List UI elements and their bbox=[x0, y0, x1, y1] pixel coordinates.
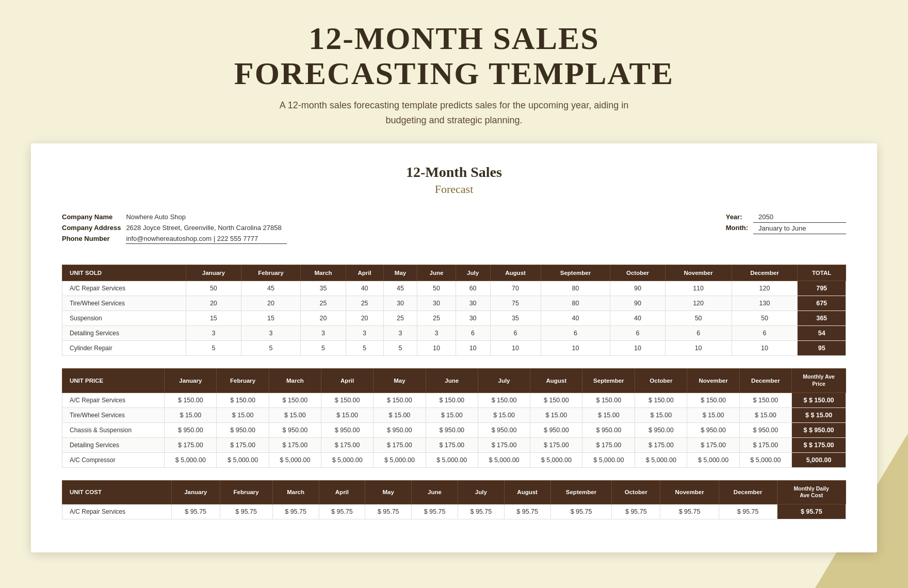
monthly-ave-cell: $ $ 150.00 bbox=[792, 393, 846, 407]
table-cell: $ 150.00 bbox=[374, 393, 426, 407]
header-section: 12-MONTH SALES FORECASTING TEMPLATE A 12… bbox=[0, 0, 908, 143]
table-cell: $ 95.75 bbox=[412, 504, 458, 519]
table-cell: 20 bbox=[241, 296, 301, 311]
table-cell: $ 95.75 bbox=[458, 504, 504, 519]
total-cell: 365 bbox=[798, 311, 846, 326]
unit-sold-label: A/C Repair Services bbox=[62, 281, 186, 296]
table-cell: 70 bbox=[490, 281, 541, 296]
unit-price-label: Tire/Wheel Services bbox=[62, 407, 165, 422]
table-cell: 10 bbox=[732, 341, 798, 356]
table-cell: $ 175.00 bbox=[374, 437, 426, 452]
monthly-ave-cell: $ $ 950.00 bbox=[792, 422, 846, 437]
table-cell: $ 5,000.00 bbox=[374, 452, 426, 467]
price-col-aug: August bbox=[530, 369, 582, 393]
unit-price-label: Detailing Services bbox=[62, 437, 165, 452]
price-col-may: May bbox=[374, 369, 426, 393]
month-label: Month: bbox=[726, 222, 753, 234]
table-cell: 5 bbox=[186, 341, 241, 356]
year-value: 2050 bbox=[753, 211, 846, 223]
cost-col-apr: April bbox=[319, 480, 365, 504]
page-subtitle: A 12-month sales forecasting template pr… bbox=[10, 98, 898, 128]
table-cell: $ 95.75 bbox=[612, 504, 660, 519]
table-cell: $ 150.00 bbox=[530, 393, 582, 407]
table-cell: 30 bbox=[456, 311, 490, 326]
table-cell: $ 950.00 bbox=[321, 422, 374, 437]
cost-col-aug: August bbox=[504, 480, 550, 504]
year-label: Year: bbox=[726, 211, 753, 223]
table-cell: 6 bbox=[541, 326, 610, 341]
table-cell: $ 150.00 bbox=[426, 393, 478, 407]
doc-subtitle: Forecast bbox=[62, 183, 846, 196]
table-cell: 35 bbox=[301, 281, 346, 296]
table-cell: 45 bbox=[241, 281, 301, 296]
price-col-jan: January bbox=[165, 369, 217, 393]
table-cell: $ 95.75 bbox=[272, 504, 319, 519]
table-cell: 20 bbox=[346, 311, 383, 326]
price-col-oct: October bbox=[635, 369, 687, 393]
table-cell: 25 bbox=[383, 311, 417, 326]
table-cell: 6 bbox=[610, 326, 665, 341]
table-cell: 50 bbox=[732, 311, 798, 326]
table-cell: $ 5,000.00 bbox=[635, 452, 687, 467]
table-cell: $ 950.00 bbox=[635, 422, 687, 437]
table-cell: $ 95.75 bbox=[220, 504, 272, 519]
table-cell: $ 950.00 bbox=[687, 422, 739, 437]
table-cell: $ 175.00 bbox=[739, 437, 791, 452]
total-cell: 95 bbox=[798, 341, 846, 356]
table-cell: $ 15.00 bbox=[530, 407, 582, 422]
unit-price-header: UNIT PRICE bbox=[62, 369, 165, 393]
table-cell: 3 bbox=[417, 326, 456, 341]
company-phone-value: info@nowhereautoshop.com | 222 555 7777 bbox=[126, 233, 286, 244]
table-cell: $ 15.00 bbox=[217, 407, 269, 422]
table-cell: $ 150.00 bbox=[582, 393, 635, 407]
price-col-monthly-ave: Monthly AvePrice bbox=[792, 369, 846, 393]
table-cell: $ 95.75 bbox=[719, 504, 777, 519]
table-cell: $ 15.00 bbox=[426, 407, 478, 422]
table-cell: 130 bbox=[732, 296, 798, 311]
table-cell: $ 175.00 bbox=[687, 437, 739, 452]
table-cell: 5 bbox=[383, 341, 417, 356]
table-cell: 20 bbox=[301, 311, 346, 326]
table-cell: 90 bbox=[610, 296, 665, 311]
price-col-nov: November bbox=[687, 369, 739, 393]
table-cell: 5 bbox=[301, 341, 346, 356]
table-cell: $ 175.00 bbox=[635, 437, 687, 452]
table-cell: $ 150.00 bbox=[165, 393, 217, 407]
table-cell: 40 bbox=[346, 281, 383, 296]
monthly-ave-cell: $ $ 175.00 bbox=[792, 437, 846, 452]
table-cell: $ 950.00 bbox=[478, 422, 530, 437]
cost-col-may: May bbox=[365, 480, 412, 504]
table-cell: $ 15.00 bbox=[635, 407, 687, 422]
table-cell: $ 5,000.00 bbox=[687, 452, 739, 467]
col-nov: November bbox=[665, 265, 732, 281]
table-cell: $ 15.00 bbox=[739, 407, 791, 422]
table-cell: 10 bbox=[490, 341, 541, 356]
table-cell: $ 95.75 bbox=[319, 504, 365, 519]
table-cell: $ 5,000.00 bbox=[269, 452, 321, 467]
cost-col-jul: July bbox=[458, 480, 504, 504]
table-cell: 120 bbox=[732, 281, 798, 296]
table-cell: 30 bbox=[417, 296, 456, 311]
table-cell: 80 bbox=[541, 296, 610, 311]
cost-col-dec: December bbox=[719, 480, 777, 504]
table-cell: 50 bbox=[417, 281, 456, 296]
table-cell: $ 950.00 bbox=[217, 422, 269, 437]
unit-cost-label: A/C Repair Services bbox=[62, 504, 172, 519]
col-jul: July bbox=[456, 265, 490, 281]
col-apr: April bbox=[346, 265, 383, 281]
table-cell: 6 bbox=[456, 326, 490, 341]
table-cell: $ 175.00 bbox=[530, 437, 582, 452]
table-cell: 5 bbox=[241, 341, 301, 356]
page-main-title: 12-MONTH SALES FORECASTING TEMPLATE bbox=[10, 21, 898, 91]
col-feb: February bbox=[241, 265, 301, 281]
unit-sold-table: UNIT SOLD January February March April M… bbox=[62, 265, 846, 356]
company-phone-label: Phone Number bbox=[62, 233, 126, 244]
table-cell: 50 bbox=[186, 281, 241, 296]
table-cell: $ 95.75 bbox=[660, 504, 719, 519]
total-cell: 675 bbox=[798, 296, 846, 311]
table-cell: $ 950.00 bbox=[269, 422, 321, 437]
table-cell: $ 150.00 bbox=[687, 393, 739, 407]
table-cell: $ 15.00 bbox=[269, 407, 321, 422]
table-cell: $ 175.00 bbox=[165, 437, 217, 452]
company-right-info: Year: 2050 Month: January to June bbox=[726, 211, 846, 244]
